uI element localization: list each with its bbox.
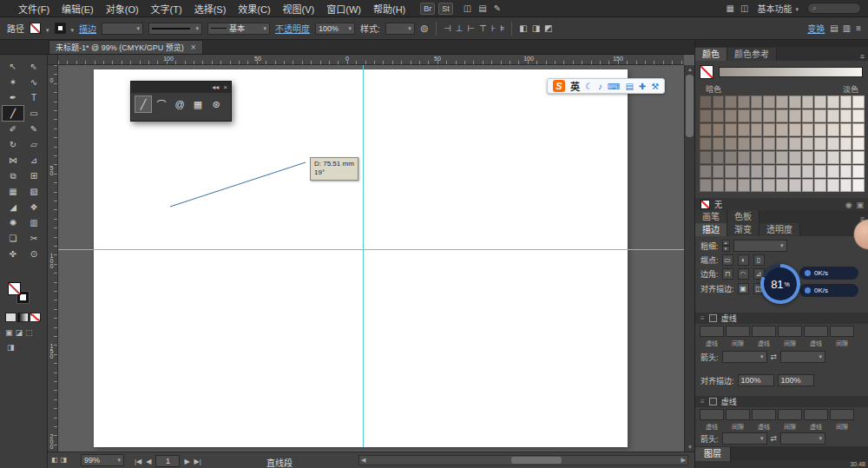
float-tool-polar-grid[interactable]: ⊛ (208, 96, 224, 112)
color-swatch[interactable] (814, 109, 826, 122)
color-swatch[interactable] (738, 137, 750, 150)
arrowhead-end-select-2[interactable] (780, 432, 825, 445)
none-button[interactable] (30, 313, 41, 322)
menubar-button-st[interactable]: St (438, 3, 453, 15)
dash-input[interactable] (830, 326, 854, 337)
scroll-down-icon[interactable]: ▼ (685, 443, 694, 452)
dash-input[interactable] (804, 409, 828, 420)
color-swatch[interactable] (751, 165, 763, 178)
cap-button-2[interactable]: ▯ (753, 254, 765, 266)
color-swatch[interactable] (802, 109, 814, 122)
color-swatch[interactable] (738, 165, 750, 178)
harmony-none-row[interactable]: 无 ◉▣ (695, 198, 868, 211)
dash-input[interactable] (700, 409, 724, 420)
stroke-panel-link[interactable]: 描边 (79, 22, 96, 35)
color-swatch[interactable] (776, 96, 788, 109)
close-panel-icon[interactable]: × (223, 83, 227, 91)
color-swatch[interactable] (840, 151, 852, 164)
color-swatch[interactable] (763, 96, 775, 109)
tool-pencil[interactable]: ✎ (23, 122, 44, 136)
color-swatch[interactable] (789, 179, 801, 192)
scroll-left-icon[interactable]: ◀ (361, 457, 365, 464)
tool-hand[interactable]: ✜ (3, 247, 23, 261)
color-swatch[interactable] (840, 123, 852, 136)
float-tool-line[interactable]: ╱ (135, 96, 151, 112)
scale-end-field[interactable]: 100% (778, 374, 814, 386)
tab-color-0[interactable]: 颜色 (695, 48, 727, 61)
workspace-switcher[interactable]: 基本功能 (757, 2, 799, 15)
shape-icon-2[interactable]: ◩ (544, 23, 552, 33)
speed-row-0[interactable]: 0K/s (799, 267, 858, 280)
speed-ball-widget[interactable]: 81% (760, 264, 800, 304)
color-swatch[interactable] (713, 109, 725, 122)
cap-button-1[interactable]: ◖ (738, 254, 749, 266)
speed-row-1[interactable]: 0K/s (799, 284, 858, 297)
color-swatch[interactable] (725, 151, 737, 164)
tab-layers[interactable]: 图层 (695, 447, 731, 461)
ime-toolbar[interactable]: S 英 ☾♪⌨▤✚⚒ (547, 78, 665, 94)
brush-definition-select[interactable]: 基本 (207, 23, 270, 35)
dashed-line-checkbox[interactable] (709, 314, 717, 322)
color-swatch[interactable] (776, 165, 788, 178)
dash-input[interactable] (830, 409, 854, 420)
color-swatch[interactable] (802, 123, 814, 136)
color-swatch[interactable] (738, 96, 750, 109)
tab-color-menu-icon[interactable]: ≡ (860, 52, 868, 61)
tool-eyedropper[interactable]: ◢ (3, 200, 23, 214)
arrowhead-start-select-2[interactable] (722, 432, 767, 445)
align-icon-1[interactable]: ⊥ (456, 23, 464, 33)
ruler-left[interactable]: 050100150200 (48, 65, 58, 452)
gradient-button[interactable] (17, 313, 29, 322)
pen-setup-icon[interactable]: ✎ (494, 3, 501, 13)
color-swatch[interactable] (840, 96, 852, 109)
tool-column-graph[interactable]: ▥ (23, 215, 44, 230)
tab-stroke-2[interactable]: 透明度 (760, 223, 800, 236)
dash-input[interactable] (752, 409, 776, 420)
scroll-right-icon[interactable]: ▶ (681, 457, 686, 464)
dash-input[interactable] (752, 326, 776, 337)
color-swatch[interactable] (776, 123, 788, 136)
canvas-area[interactable]: 10050050100150 050100150200 ◂◂ × ╱⌒@▦⊛ D… (48, 55, 694, 452)
color-swatch[interactable] (776, 109, 788, 122)
color-swatch[interactable] (789, 109, 801, 122)
color-swatch[interactable] (738, 109, 750, 122)
style-select[interactable] (385, 23, 415, 35)
scroll-up-icon[interactable]: ▲ (685, 65, 694, 74)
color-swatch[interactable] (827, 123, 839, 136)
color-swatch[interactable] (751, 137, 763, 150)
tab-color-1[interactable]: 颜色参考 (727, 48, 777, 61)
color-swatch[interactable] (852, 179, 865, 192)
swap-arrowheads-icon-2[interactable]: ⇄ (771, 434, 778, 443)
tool-zoom[interactable]: ⊙ (23, 247, 44, 261)
align-icon-0[interactable]: ⊣ (444, 23, 451, 33)
vertical-guide[interactable] (363, 65, 364, 447)
color-swatch[interactable] (840, 179, 852, 192)
horizontal-scroll-thumb[interactable] (511, 457, 562, 464)
color-swatch[interactable] (852, 109, 865, 122)
align-stroke-button-0[interactable]: ▣ (738, 283, 749, 294)
color-swatch[interactable] (763, 109, 775, 122)
horizontal-guide[interactable] (58, 249, 684, 250)
control-icon-0[interactable]: ▤ (830, 23, 838, 33)
tab-stroke-0[interactable]: 描边 (695, 223, 727, 236)
tool-lasso[interactable]: ∿ (23, 75, 44, 89)
menu-item[interactable]: 视图(V) (277, 2, 321, 16)
color-swatch[interactable] (751, 109, 763, 122)
color-swatch[interactable] (713, 165, 725, 178)
tool-rectangle[interactable]: ▭ (23, 106, 44, 121)
color-swatch[interactable] (789, 165, 801, 178)
tool-mesh[interactable]: ▦ (3, 184, 23, 199)
weight-select[interactable] (733, 240, 787, 252)
color-swatch[interactable] (789, 96, 801, 109)
dash-input[interactable] (778, 326, 802, 337)
color-button[interactable] (5, 313, 16, 322)
color-swatch[interactable] (827, 179, 839, 192)
color-swatch[interactable] (763, 179, 775, 192)
fill-swatch[interactable] (30, 23, 41, 34)
color-swatch[interactable] (751, 123, 763, 136)
tool-artboard[interactable]: ❏ (3, 231, 23, 246)
none-color-swatch[interactable] (700, 65, 713, 79)
draw-inside-icon[interactable]: ⬚ (25, 328, 33, 337)
color-swatch[interactable] (814, 179, 826, 192)
grid-view-icon[interactable]: ◫ (740, 3, 748, 13)
